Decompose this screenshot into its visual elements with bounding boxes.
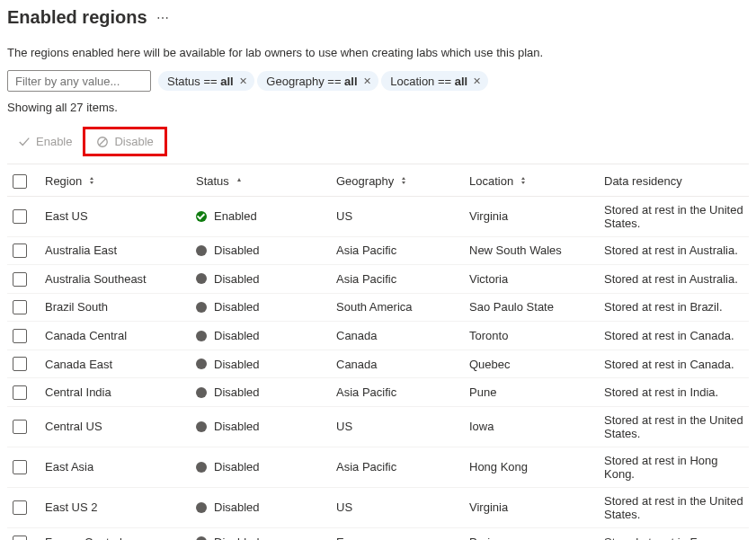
row-checkbox[interactable] [13,536,27,541]
col-geography[interactable]: Geography [336,174,408,188]
table-row: Australia EastDisabledAsia PacificNew So… [7,236,749,265]
filter-chip[interactable]: Geography == all✕ [257,71,378,91]
status-dot [196,331,207,341]
cell-region: East US 2 [40,487,191,527]
status-dot [196,302,207,313]
status-dot [196,421,207,432]
col-region[interactable]: Region [45,174,96,188]
row-checkbox[interactable] [13,500,27,515]
cell-status: Enabled [196,209,325,223]
table-row: Australia SoutheastDisabledAsia PacificV… [7,265,749,294]
cell-residency: Stored at rest in Australia. [599,236,749,265]
cell-status: Disabled [196,329,325,342]
cell-geography: Asia Pacific [331,236,464,265]
cell-status: Disabled [196,536,325,540]
cell-status: Disabled [196,243,325,257]
row-checkbox[interactable] [13,329,27,343]
status-dot [196,462,207,473]
col-location[interactable]: Location [469,174,528,188]
cell-region: Australia Southeast [40,265,191,294]
row-checkbox[interactable] [13,272,27,287]
cell-region: East Asia [40,447,191,487]
check-icon [18,136,31,148]
sort-asc-icon [235,176,244,185]
status-dot [196,502,207,513]
chip-close-icon[interactable]: ✕ [239,75,247,87]
row-checkbox[interactable] [13,300,27,314]
enable-button[interactable]: Enable [11,131,79,152]
chip-close-icon[interactable]: ✕ [473,75,481,87]
cell-region: Brazil South [40,293,191,322]
cell-residency: Stored at rest in India. [599,378,749,407]
cell-location: Hong Kong [464,447,599,487]
row-checkbox[interactable] [13,243,27,258]
cell-residency: Stored at rest in Canada. [599,322,749,350]
status-dot [196,273,207,284]
cell-region: Australia East [40,236,191,265]
cell-status: Disabled [196,420,325,433]
cell-geography: Asia Pacific [331,378,464,407]
cell-status: Disabled [196,300,325,314]
col-status[interactable]: Status [196,174,244,188]
cell-location: Toronto [464,322,599,350]
cell-location: Sao Paulo State [464,293,599,322]
row-checkbox[interactable] [13,385,27,400]
cell-residency: Stored at rest in the United States. [599,196,749,236]
cell-status: Disabled [196,500,325,514]
status-dot [196,387,207,398]
cell-location: Virginia [464,487,599,527]
cell-location: Iowa [464,406,599,447]
table-row: Canada CentralDisabledCanadaTorontoStore… [7,322,749,350]
cell-geography: US [331,406,464,447]
item-count: Showing all 27 items. [7,101,749,114]
select-all-checkbox[interactable] [13,174,27,189]
cell-status: Disabled [196,358,325,371]
row-checkbox[interactable] [13,357,27,371]
disable-button[interactable]: Disable [89,131,160,152]
table-row: Canada EastDisabledCanadaQuebecStored at… [7,350,749,378]
cell-status: Disabled [196,385,325,399]
sort-both-icon [519,176,528,185]
row-checkbox[interactable] [13,460,27,474]
cell-geography: Asia Pacific [331,265,464,294]
cell-geography: Europe [331,527,464,540]
cell-residency: Stored at rest in Brazil. [599,293,749,322]
cell-geography: Canada [331,322,464,350]
sort-both-icon [87,176,96,185]
row-checkbox[interactable] [13,209,27,224]
filter-chip[interactable]: Status == all✕ [158,71,254,91]
chip-close-icon[interactable]: ✕ [363,75,371,87]
disable-highlight: Disable [83,127,166,156]
cell-region: Canada Central [40,322,191,350]
filter-input[interactable] [7,70,151,92]
cell-residency: Stored at rest in the United States. [599,487,749,527]
cell-residency: Stored at rest in Canada. [599,350,749,378]
cell-status: Disabled [196,272,325,286]
more-icon[interactable]: ⋯ [156,11,169,25]
cell-location: Victoria [464,265,599,294]
cell-location: Quebec [464,350,599,378]
cell-location: Pune [464,378,599,407]
cell-region: Central India [40,378,191,407]
cell-location: New South Wales [464,236,599,265]
cell-residency: Stored at rest in the United States. [599,406,749,447]
cell-residency: Stored at rest in France. [599,527,749,540]
regions-table: Region Status Geography Location Data re… [7,166,749,540]
cell-status: Disabled [196,460,325,474]
description: The regions enabled here will be availab… [7,46,749,59]
enable-label: Enable [36,135,72,148]
status-dot [196,245,207,256]
cell-residency: Stored at rest in Hong Kong. [599,447,749,487]
row-checkbox[interactable] [13,420,27,434]
filter-chip[interactable]: Location == all✕ [381,71,488,91]
cell-location: Paris [464,527,599,540]
status-dot [196,211,207,222]
status-dot [196,359,207,369]
blocked-icon [96,136,109,148]
table-row: East US 2DisabledUSVirginiaStored at res… [7,487,749,527]
col-residency[interactable]: Data residency [604,174,682,188]
table-row: Central USDisabledUSIowaStored at rest i… [7,406,749,447]
cell-geography: US [331,487,464,527]
disable-label: Disable [114,135,153,148]
cell-geography: Asia Pacific [331,447,464,487]
